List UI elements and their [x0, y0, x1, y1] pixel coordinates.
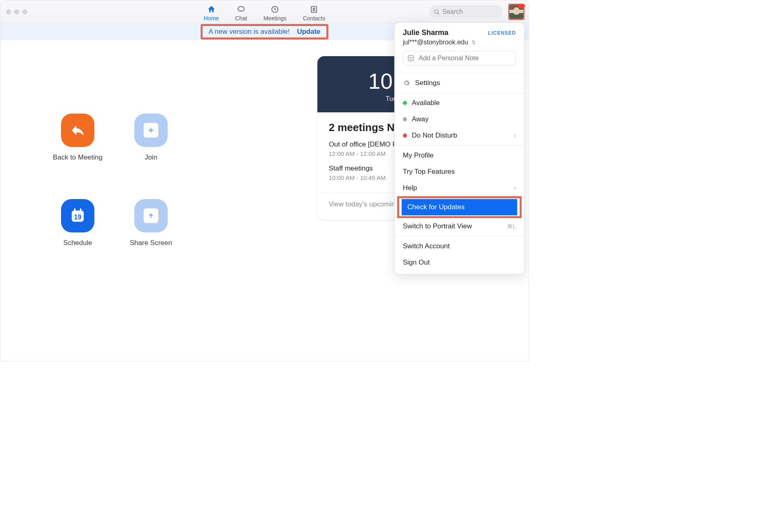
tile-back-to-meeting: Back to Meeting — [45, 114, 110, 187]
menu-status-dnd[interactable]: Do Not Disturb › — [395, 127, 524, 144]
svg-rect-7 — [80, 208, 82, 212]
menu-label: Help — [403, 184, 417, 192]
close-window[interactable] — [6, 9, 11, 14]
menu-label: Away — [412, 115, 428, 123]
upload-arrow-icon — [144, 208, 158, 223]
svg-point-4 — [435, 9, 438, 13]
profile-email: jul***@stonybrook.edu — [403, 39, 468, 46]
menu-top-features[interactable]: Try Top Features — [395, 164, 524, 180]
svg-rect-9 — [408, 55, 414, 61]
banner-update-link[interactable]: Update — [297, 28, 321, 36]
status-dot-icon — [403, 134, 407, 138]
menu-help[interactable]: Help › — [395, 180, 524, 196]
profile-email-row: jul***@stonybrook.edu ↯ — [403, 39, 516, 46]
profile-dropdown: Julie Sharma LICENSED jul***@stonybrook.… — [394, 22, 524, 274]
status-dot-icon — [403, 101, 407, 105]
svg-point-11 — [412, 57, 413, 58]
home-icon — [206, 4, 216, 14]
menu-status-available[interactable]: Available — [395, 95, 524, 111]
tab-contacts[interactable]: Contacts — [303, 2, 325, 22]
tile-label: Join — [144, 153, 157, 162]
reply-arrow-icon — [70, 122, 86, 138]
minimize-window[interactable] — [14, 9, 19, 14]
tab-chat[interactable]: Chat — [235, 2, 247, 22]
calendar-icon: 19 — [69, 207, 87, 225]
tab-home[interactable]: Home — [204, 2, 219, 22]
license-badge: LICENSED — [488, 30, 516, 36]
clock-icon — [270, 4, 280, 14]
video-badge-icon — [518, 4, 524, 8]
plus-icon — [144, 123, 158, 138]
back-to-meeting-button[interactable] — [61, 114, 94, 147]
highlighted-check-updates: Check for Updates — [397, 196, 522, 218]
gear-icon — [403, 79, 410, 87]
menu-label: Try Top Features — [403, 168, 455, 176]
svg-point-3 — [313, 8, 315, 9]
contacts-icon — [309, 4, 319, 14]
separator — [395, 145, 524, 146]
tile-label: Back to Meeting — [53, 153, 103, 162]
svg-rect-6 — [74, 208, 76, 212]
dd-profile-header: Julie Sharma LICENSED jul***@stonybrook.… — [395, 23, 524, 71]
tile-label: Schedule — [63, 239, 92, 247]
hide-email-icon[interactable]: ↯ — [471, 39, 476, 46]
menu-settings[interactable]: Settings — [395, 75, 524, 91]
personal-note-field[interactable] — [419, 55, 511, 62]
chat-icon — [236, 4, 246, 14]
chevron-right-icon: › — [514, 131, 516, 140]
menu-label: Available — [412, 99, 440, 107]
menu-label: Switch to Portrait View — [403, 222, 472, 230]
menu-status-away[interactable]: Away — [395, 111, 524, 127]
menu-label: Check for Updates — [407, 203, 465, 211]
svg-point-10 — [410, 57, 411, 58]
chevron-right-icon: › — [514, 184, 516, 192]
shortcut-label: ⌘L — [507, 223, 516, 230]
menu-switch-account[interactable]: Switch Account — [395, 238, 524, 254]
menu-label: Sign Out — [403, 258, 430, 267]
smile-icon — [407, 55, 415, 62]
profile-avatar[interactable] — [508, 4, 524, 20]
window-controls — [6, 9, 27, 14]
tab-label: Home — [204, 15, 219, 22]
menu-label: Settings — [415, 79, 440, 87]
status-dot-icon — [403, 117, 407, 121]
menu-my-profile[interactable]: My Profile — [395, 147, 524, 164]
tab-label: Chat — [235, 15, 247, 22]
personal-note-input[interactable] — [403, 51, 516, 66]
separator — [395, 73, 524, 73]
menu-label: Switch Account — [403, 242, 450, 250]
tab-label: Meetings — [263, 15, 286, 22]
update-banner: A new version is available! Update — [201, 24, 328, 39]
tab-label: Contacts — [303, 15, 325, 22]
titlebar: Home Chat Meetings Contacts Search — [0, 0, 529, 23]
svg-text:19: 19 — [74, 213, 81, 221]
action-tiles: Back to Meeting Join 19 Schedule — [45, 114, 184, 272]
search-input[interactable]: Search — [429, 5, 503, 19]
profile-name: Julie Sharma — [403, 28, 448, 37]
menu-portrait-view[interactable]: Switch to Portrait View ⌘L — [395, 218, 524, 234]
separator — [395, 236, 524, 236]
menu-check-updates[interactable]: Check for Updates — [402, 199, 517, 215]
tile-share-screen: Share Screen — [118, 199, 184, 272]
join-button[interactable] — [134, 114, 168, 147]
banner-text: A new version is available! — [208, 28, 289, 36]
search-icon — [433, 9, 440, 15]
tab-meetings[interactable]: Meetings — [263, 2, 286, 22]
menu-label: My Profile — [403, 151, 434, 160]
tile-label: Share Screen — [130, 239, 172, 247]
menu-label: Do Not Disturb — [412, 131, 457, 140]
separator — [395, 93, 524, 93]
schedule-button[interactable]: 19 — [61, 199, 94, 232]
tile-join: Join — [118, 114, 184, 187]
search-placeholder: Search — [442, 8, 463, 15]
share-screen-button[interactable] — [134, 199, 168, 232]
tile-schedule: 19 Schedule — [45, 199, 110, 272]
menu-sign-out[interactable]: Sign Out — [395, 254, 524, 271]
main-tabs: Home Chat Meetings Contacts — [204, 0, 326, 23]
maximize-window[interactable] — [22, 9, 27, 14]
svg-rect-0 — [238, 7, 244, 11]
